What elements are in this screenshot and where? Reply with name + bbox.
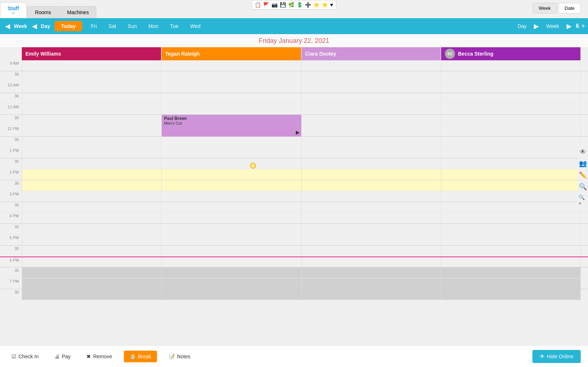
cell-r17-c0[interactable] [22,246,162,256]
cell-r15-c1[interactable] [162,224,301,234]
cell-r15-c3[interactable] [441,224,581,234]
cell-r14-c1[interactable] [162,213,301,223]
cell-r10-c1[interactable] [162,169,301,180]
icon-doc[interactable]: 📋 [255,2,261,8]
cell-r16-c3[interactable] [441,235,581,245]
mon-btn[interactable]: Mon [142,21,164,31]
time-row-16[interactable]: 5 PM [0,235,588,246]
time-row-9[interactable]: 30 [0,158,588,169]
week-view-btn[interactable]: Week [533,3,557,13]
icon-flag[interactable]: 🚩 [263,2,269,8]
break-btn[interactable]: 🍵 Break [124,351,157,362]
time-row-8[interactable]: 1 PM [0,148,588,158]
cell-r9-c2[interactable] [302,158,441,169]
time-row-18[interactable]: 6 PM [0,257,588,267]
zoom-in-icon[interactable]: 🔍+ [579,194,587,206]
tue-btn[interactable]: Tue [164,21,185,31]
icon-heart[interactable]: ♥ [330,2,333,8]
cell-r12-c1[interactable] [162,191,301,202]
cell-r14-c3[interactable] [441,213,581,223]
time-row-13[interactable]: 30 [0,202,588,213]
cell-r11-c2[interactable] [302,180,441,191]
tab-rooms[interactable]: Rooms [27,6,59,18]
cell-r10-c3[interactable] [441,169,581,180]
time-row-2[interactable]: 10 AM [0,82,588,93]
cell-r5-c2[interactable] [302,115,441,125]
cell-r14-c0[interactable] [22,213,162,223]
cell-r20-c1[interactable] [162,278,301,289]
icon-star1[interactable]: ⭐ [313,2,319,8]
cell-r3-c2[interactable] [302,93,441,104]
cell-r15-c2[interactable] [302,224,441,234]
time-row-7[interactable]: 30 [0,137,588,148]
cell-r8-c2[interactable] [302,148,441,158]
cell-r0-c2[interactable] [302,60,441,71]
icon-star2[interactable]: ⭐ [322,2,328,8]
cell-r2-c1[interactable] [162,82,301,93]
cell-r2-c3[interactable] [441,82,581,93]
next-week-arrow[interactable]: ▶ [564,21,574,31]
cell-r7-c3[interactable] [441,137,581,147]
cell-r4-c3[interactable] [441,104,581,114]
time-row-10[interactable]: 2 PM [0,169,588,180]
cell-r11-c3[interactable] [441,180,581,191]
cell-r2-c0[interactable] [22,82,162,93]
time-row-0[interactable]: 9 AM [0,60,588,71]
cell-r10-c0[interactable] [22,169,162,180]
cell-r3-c3[interactable] [441,93,581,104]
time-row-12[interactable]: 3 PM [0,191,588,202]
cell-r21-c3[interactable] [441,289,581,300]
cell-r17-c3[interactable] [441,246,581,256]
staff-col-ciara[interactable]: Ciara Dooley [301,47,441,60]
add-staff-btn[interactable]: + [581,23,585,30]
cell-r16-c2[interactable] [302,235,441,245]
cell-r20-c3[interactable] [441,278,581,289]
prev-week-arrow[interactable]: ◀ [3,21,12,31]
cell-r21-c2[interactable] [302,289,441,300]
cell-r13-c0[interactable] [22,202,162,213]
cell-r19-c2[interactable] [302,267,441,278]
cell-r18-c3[interactable] [441,257,581,267]
cell-r11-c1[interactable] [162,180,301,191]
edit-icon[interactable]: ✏️ [579,171,587,179]
cell-r7-c2[interactable] [302,137,441,147]
icon-save[interactable]: 💾 [280,2,286,8]
time-row-19[interactable]: 30 [0,267,588,278]
cell-r16-c0[interactable] [22,235,162,245]
cell-r10-c2[interactable] [302,169,441,180]
appointment-paul-breen[interactable]: Paul Breen Men's Cut ▶ [162,115,301,137]
icon-dollar[interactable]: 💲 [297,2,303,8]
cell-r1-c2[interactable] [302,71,441,82]
cell-r20-c2[interactable] [302,278,441,289]
cell-r5-c0[interactable] [22,115,162,125]
cell-r19-c0[interactable] [22,267,162,278]
cell-r6-c3[interactable] [441,126,581,136]
sat-btn[interactable]: Sat [103,21,122,31]
cell-r8-c0[interactable] [22,148,162,158]
group-icon[interactable]: 👥 [579,160,587,168]
check-in-btn[interactable]: ☑ Check In [7,351,43,362]
cell-r11-c0[interactable] [22,180,162,191]
time-row-5[interactable]: 30Paul Breen Men's Cut ▶ [0,115,588,126]
cell-r18-c0[interactable] [22,257,162,267]
icon-leaf[interactable]: 🌿 [288,2,294,8]
cell-r16-c1[interactable] [162,235,301,245]
cell-r17-c2[interactable] [302,246,441,256]
cell-r9-c1[interactable] [162,158,301,169]
staff-col-emily[interactable]: Emily Williams [22,47,161,60]
prev-day-arrow[interactable]: ◀ [30,21,39,31]
time-row-20[interactable]: 7 PM [0,278,588,289]
wed-btn[interactable]: Wed [184,21,206,31]
cell-r2-c2[interactable] [302,82,441,93]
right-day-btn[interactable]: Day [515,22,529,31]
cell-r7-c1[interactable] [162,137,301,147]
staff-col-becca[interactable]: BS Becca Sterling [441,47,581,60]
cell-r12-c2[interactable] [302,191,441,202]
notes-btn[interactable]: 📝 Notes [164,351,195,362]
cell-r14-c2[interactable] [302,213,441,223]
hide-online-btn[interactable]: 👁 Hide Online [532,350,581,363]
cell-r0-c3[interactable] [441,60,581,71]
pay-btn[interactable]: 🖨 Pay [50,351,75,362]
time-row-21[interactable]: 30 [0,289,588,300]
cell-r18-c2[interactable] [302,257,441,267]
